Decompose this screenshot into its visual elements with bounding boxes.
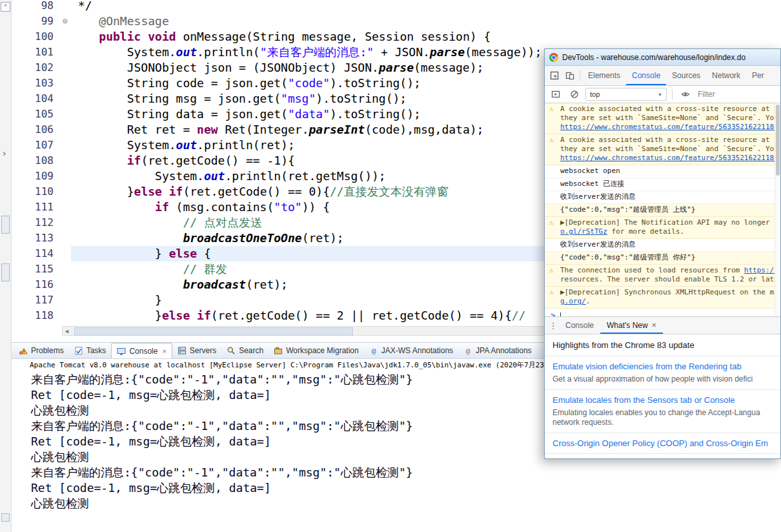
tab-servers[interactable]: Servers (172, 343, 221, 358)
message-text: . (586, 297, 591, 305)
devtools-tab-console[interactable]: Console (626, 66, 666, 85)
code-line[interactable]: 100 public void onMessage(String message… (12, 29, 781, 45)
warning-icon: ⚠ (549, 105, 554, 114)
devtools-tab-per[interactable]: Per (746, 66, 770, 85)
console-log-message: 收到server发送的消息 (545, 239, 780, 252)
card-title[interactable]: Emulate vision deficiencies from the Ren… (553, 362, 773, 371)
drawer-tab-what-s-new[interactable]: What's New× (600, 317, 663, 334)
filter-input[interactable] (696, 89, 751, 99)
drawer-tab-console[interactable]: Console (559, 317, 600, 334)
console-output-line: Ret [code=-1, msg=心跳包检测, data=] (31, 480, 413, 496)
rail-expand-chevron-icon[interactable]: › (3, 147, 6, 158)
close-icon[interactable]: × (162, 347, 166, 355)
tasks-icon (74, 346, 83, 355)
line-number: 109 (12, 169, 59, 184)
message-link[interactable]: https://www.chromestatus.com/feature/563… (560, 154, 780, 162)
console-log-message: {"code":0,"msg":"超级管理员 你好"} (545, 252, 780, 265)
tab-search[interactable]: Search (221, 343, 269, 358)
code-line[interactable]: 98 */ (12, 0, 781, 14)
inspect-element-icon[interactable] (547, 67, 562, 84)
scrollbar-thumb[interactable] (74, 327, 353, 336)
scroll-left-icon[interactable]: ◄ (64, 327, 70, 335)
tab-tasks[interactable]: Tasks (69, 343, 112, 358)
whats-new-card[interactable]: Emulate vision deficiencies from the Ren… (545, 356, 780, 390)
message-text: websocket 已连接 (560, 179, 624, 188)
kebab-menu-icon[interactable]: ⋮ (547, 321, 559, 331)
drawer-tabs-list: ConsoleWhat's New× (559, 317, 663, 334)
rail-minimized-view[interactable] (1, 216, 10, 234)
prompt-chevron-icon: > (551, 311, 555, 316)
console-log-message: {"code":0,"msg":"超级管理员 上线"} (545, 204, 780, 217)
problems-icon (19, 346, 28, 355)
code-text: public void onMessage(String message, Se… (71, 29, 781, 45)
rail-minimized-icon[interactable] (1, 513, 10, 522)
message-text: {"code":0,"msg":"超级管理员 你好"} (560, 253, 695, 261)
card-title[interactable]: Emulate locales from the Sensors tab or … (553, 395, 773, 405)
chrome-icon (549, 53, 558, 62)
chevron-down-icon: ▼ (658, 92, 662, 97)
console-warning-message: ⚠A cookie associated with a cross-site r… (545, 103, 780, 134)
line-number: 99 (12, 14, 59, 29)
live-expression-eye-icon[interactable] (678, 86, 693, 103)
devtools-tab-sources[interactable]: Sources (666, 66, 706, 85)
whats-new-card[interactable]: Cross-Origin Opener Policy (COOP) and Cr… (545, 433, 780, 454)
scrollbar-thumb[interactable] (776, 105, 780, 176)
message-text: for more details. (607, 227, 684, 236)
message-text: 收到server发送的消息 (560, 240, 636, 249)
clear-console-icon[interactable] (567, 86, 582, 103)
warning-icon: ⚠ (549, 266, 554, 275)
close-icon[interactable]: × (652, 321, 656, 330)
console-process-label: Apache Tomcat v8.0 warehouse at localhos… (30, 361, 587, 370)
tab-console[interactable]: Console× (111, 343, 172, 358)
tab-label: Problems (31, 346, 64, 355)
screen: ^ › 98 */99⊖ @OnMessage100 public void o… (0, 0, 781, 532)
tab-jax-ws-annotations[interactable]: @JAX-WS Annotations (364, 343, 458, 358)
console-log-message: 收到server发送的消息 (545, 191, 780, 204)
tab-label: JAX-WS Annotations (381, 346, 453, 355)
console-warning-message: ⚠▶[Deprecation] Synchronous XMLHttpReque… (545, 287, 780, 309)
console-output-line: 来自客户端的消息:{"code":"-1","data":"","msg":"心… (31, 465, 413, 480)
jaxws-icon: @ (369, 346, 378, 355)
workspace-icon (274, 346, 283, 355)
devtools-console-pane[interactable]: ⚠A cookie associated with a cross-site r… (545, 103, 780, 316)
console-sidebar-icon[interactable] (548, 86, 563, 103)
tab-label: What's New (607, 321, 648, 330)
line-number: 105 (12, 107, 59, 122)
console-log-message: websocket 已连接 (545, 178, 780, 191)
whats-new-cards: Emulate vision deficiencies from the Ren… (545, 356, 780, 454)
devtools-vertical-scrollbar[interactable] (775, 103, 780, 316)
tab-jpa-annotations[interactable]: @JPA Annotations (458, 343, 537, 358)
code-line[interactable]: 99⊖ @OnMessage (12, 14, 781, 29)
whats-new-heading: Highlights from the Chrome 83 update (545, 334, 780, 356)
devtools-window[interactable]: DevTools - warehouse.com/warehouse/login… (544, 48, 781, 459)
code-text: @OnMessage (71, 14, 781, 29)
message-link[interactable]: g.org/ (560, 297, 586, 305)
jpa-icon: @ (463, 346, 472, 355)
devtools-tab-elements[interactable]: Elements (582, 66, 626, 85)
whats-new-panel[interactable]: Highlights from the Chrome 83 update Emu… (545, 334, 780, 458)
message-text: A cookie associated with a cross-site re… (560, 105, 780, 113)
tab-problems[interactable]: Problems (14, 343, 69, 358)
tab-label: Workspace Migration (286, 346, 359, 355)
message-link[interactable]: https://www.chromestatus.com/feature/563… (560, 123, 780, 131)
console-prompt[interactable]: > (545, 309, 780, 316)
left-rail: ^ › (0, 0, 12, 532)
message-link[interactable]: o.gl/rStTGz (560, 227, 607, 236)
devtools-tab-network[interactable]: Network (706, 66, 746, 85)
tab-workspace-migration[interactable]: Workspace Migration (269, 343, 364, 358)
devtools-title-bar[interactable]: DevTools - warehouse.com/warehouse/login… (545, 49, 780, 66)
console-warning-message: ⚠▶[Deprecation] The Notification API may… (545, 217, 780, 239)
rail-scroll-up-icon[interactable]: ^ (1, 2, 10, 12)
console-output-line: 来自客户端的消息:{"code":"-1","data":"","msg":"心… (31, 418, 413, 434)
message-text: A cookie associated with a cross-site re… (560, 136, 780, 144)
message-text: ▶[Deprecation] The Notification API may … (560, 218, 780, 227)
devtools-console-toolbar: top ▼ (545, 86, 780, 103)
console-warning-message: ⚠The connection used to load resources f… (545, 265, 780, 287)
whats-new-card[interactable]: Emulate locales from the Sensors tab or … (545, 390, 780, 433)
message-text: they are set with `SameSite=None` and `S… (560, 114, 778, 122)
rail-minimized-view[interactable] (1, 263, 10, 281)
card-title[interactable]: Cross-Origin Opener Policy (COOP) and Cr… (553, 438, 773, 448)
device-toolbar-icon[interactable] (562, 67, 578, 84)
fold-marker-icon[interactable]: ⊖ (59, 14, 71, 29)
execution-context-selector[interactable]: top ▼ (585, 88, 667, 101)
